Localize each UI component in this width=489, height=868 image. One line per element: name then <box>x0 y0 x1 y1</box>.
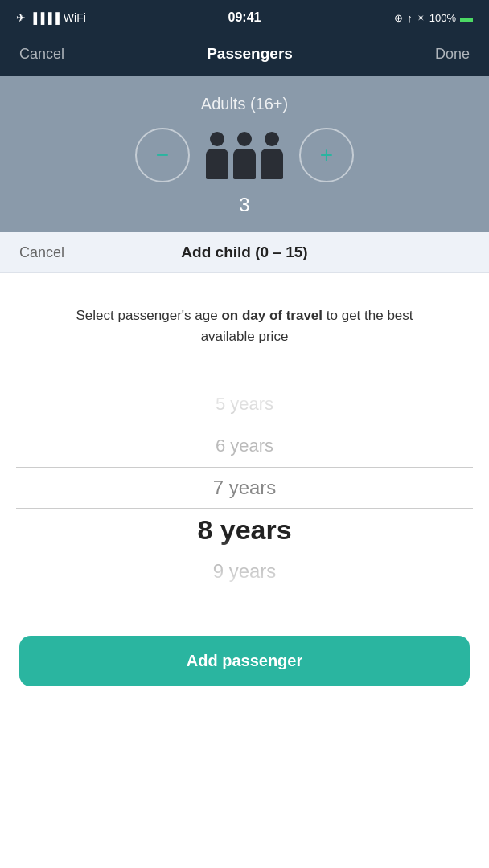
adult-figure-1 <box>206 132 228 179</box>
battery-percent: 100% <box>429 12 456 24</box>
increment-adults-button[interactable]: + <box>299 128 354 182</box>
adult-figure-2 <box>233 132 256 179</box>
nav-done-button[interactable]: Done <box>435 46 470 63</box>
age-section: Select passenger's age on day of travel … <box>0 273 489 616</box>
picker-item-1[interactable]: 6 years <box>16 425 473 467</box>
adults-count: 3 <box>239 194 249 216</box>
adults-icons <box>206 132 283 179</box>
age-prompt-bold: on day of travel <box>221 308 323 323</box>
age-prompt-before: Select passenger's age <box>76 308 221 323</box>
location-icon: ⊕ <box>394 12 403 24</box>
picker-item-5[interactable]: 10 years <box>16 592 473 600</box>
compass-icon: ↑ <box>407 12 413 24</box>
adults-counter: − + <box>135 128 354 182</box>
wifi-icon: WiFi <box>64 11 86 24</box>
status-time: 09:41 <box>228 10 261 25</box>
picker-item-4[interactable]: 9 years <box>16 551 473 592</box>
signal-icon: ▐▐▐▐ <box>30 12 60 24</box>
age-prompt: Select passenger's age on day of travel … <box>76 305 413 346</box>
adults-section: Adults (16+) − + 3 <box>0 76 489 232</box>
age-picker[interactable]: 5 years6 years7 years8 years9 years10 ye… <box>16 375 473 600</box>
nav-title: Passengers <box>207 45 293 63</box>
picker-item-0[interactable]: 5 years <box>16 383 473 425</box>
airplane-icon: ✈ <box>16 11 26 24</box>
status-bar: ✈ ▐▐▐▐ WiFi 09:41 ⊕ ↑ ✴ 100% ▬ <box>0 0 489 35</box>
picker-highlight <box>16 467 473 509</box>
battery-icon: ▬ <box>460 10 473 25</box>
nav-cancel-button[interactable]: Cancel <box>19 46 64 63</box>
action-title: Add child (0 – 15) <box>64 244 425 261</box>
adults-text: Adults <box>201 95 246 113</box>
status-right: ⊕ ↑ ✴ 100% ▬ <box>394 10 473 25</box>
bluetooth-icon: ✴ <box>417 12 425 24</box>
status-left: ✈ ▐▐▐▐ WiFi <box>16 11 86 24</box>
adult-figure-3 <box>261 132 283 179</box>
action-cancel-button[interactable]: Cancel <box>19 244 64 261</box>
action-bar: Cancel Add child (0 – 15) <box>0 232 489 273</box>
picker-item-3[interactable]: 8 years <box>16 509 473 551</box>
add-passenger-button[interactable]: Add passenger <box>19 636 470 686</box>
adults-label: Adults (16+) <box>201 95 288 113</box>
nav-bar: Cancel Passengers Done <box>0 35 489 76</box>
adults-age-range: (16+) <box>250 95 288 113</box>
decrement-adults-button[interactable]: − <box>135 128 190 182</box>
